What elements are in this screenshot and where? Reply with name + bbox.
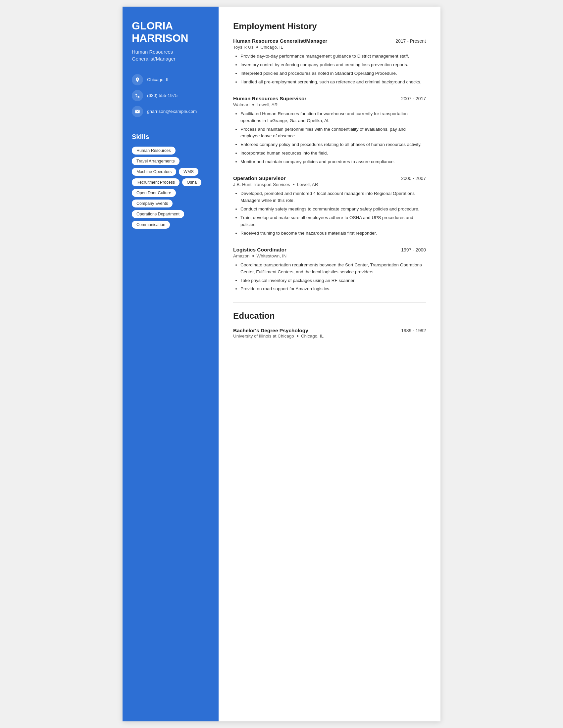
job-header: Logistics Coordinator1997 - 2000 bbox=[233, 247, 426, 253]
list-item: Take physical inventory of packages usin… bbox=[240, 277, 426, 284]
skills-section: Skills Human ResourcesTravel Arrangement… bbox=[132, 133, 209, 229]
job-block: Operation Supervisor2000 - 2007J.B. Hunt… bbox=[233, 175, 426, 237]
job-company: Toys R UsChicago, IL bbox=[233, 45, 426, 50]
company-name: Amazon bbox=[233, 253, 250, 258]
dot-separator bbox=[293, 184, 295, 185]
edu-header: Bachelor's Degree Psychology1989 - 1992 bbox=[233, 328, 426, 334]
job-block: Logistics Coordinator1997 - 2000AmazonWh… bbox=[233, 247, 426, 293]
list-item: Received training to become the hazardou… bbox=[240, 230, 426, 237]
contact-section: Chicago, IL (630) 555-1975 gharrison@exa… bbox=[132, 74, 209, 117]
job-company: J.B. Hunt Transport ServicesLowell, AR bbox=[233, 182, 426, 187]
edu-dates: 1989 - 1992 bbox=[401, 328, 426, 333]
main-content: Employment History Human Resources Gener… bbox=[218, 7, 441, 721]
skills-heading: Skills bbox=[132, 133, 209, 141]
skill-tag: Machine Operators bbox=[132, 168, 176, 176]
skills-list: Human ResourcesTravel ArrangementsMachin… bbox=[132, 147, 209, 229]
location-text: Chicago, IL bbox=[147, 77, 169, 82]
employment-section-title: Employment History bbox=[233, 21, 426, 31]
jobs-list: Human Resources Generalist/Manager2017 -… bbox=[233, 38, 426, 293]
list-item: Train, develop and make sure all employe… bbox=[240, 214, 426, 228]
sidebar: GLORIA HARRISON Human Resources Generali… bbox=[122, 7, 218, 721]
company-name: Walmart bbox=[233, 102, 250, 107]
location-item: Chicago, IL bbox=[132, 74, 209, 85]
skill-tag: Recruitment Process bbox=[132, 178, 179, 186]
education-block: Bachelor's Degree Psychology1989 - 1992U… bbox=[233, 328, 426, 339]
list-item: Handled all pre-employment screening, su… bbox=[240, 79, 426, 86]
email-icon bbox=[132, 106, 143, 117]
skill-tag: Human Resources bbox=[132, 147, 175, 155]
company-location: Chicago, IL bbox=[260, 45, 283, 50]
phone-icon bbox=[132, 90, 143, 101]
school-location: Chicago, IL bbox=[301, 334, 324, 339]
dot-separator bbox=[252, 255, 254, 257]
school-name: University of Illinois at Chicago bbox=[233, 334, 294, 339]
job-company: AmazonWhitestown, IN bbox=[233, 253, 426, 258]
edu-degree: Bachelor's Degree Psychology bbox=[233, 328, 308, 334]
skill-tag: Communication bbox=[132, 221, 170, 229]
list-item: Process and maintain personnel files wit… bbox=[240, 126, 426, 140]
job-header: Human Resources Generalist/Manager2017 -… bbox=[233, 38, 426, 44]
job-header: Operation Supervisor2000 - 2007 bbox=[233, 175, 426, 181]
company-location: Lowell, AR bbox=[257, 102, 278, 107]
email-text: gharrison@example.com bbox=[147, 109, 197, 114]
job-bullets: Facilitated Human Resources function for… bbox=[233, 111, 426, 165]
list-item: Facilitated Human Resources function for… bbox=[240, 111, 426, 124]
job-dates: 2017 - Present bbox=[396, 38, 426, 44]
job-block: Human Resources Generalist/Manager2017 -… bbox=[233, 38, 426, 86]
dot-separator bbox=[252, 104, 254, 106]
skill-tag: Company Events bbox=[132, 200, 172, 207]
company-name: J.B. Hunt Transport Services bbox=[233, 182, 290, 187]
list-item: Developed, promoted and mentored 4 local… bbox=[240, 190, 426, 204]
email-item: gharrison@example.com bbox=[132, 106, 209, 117]
list-item: Incorporated human resources into the fi… bbox=[240, 150, 426, 157]
job-dates: 1997 - 2000 bbox=[401, 247, 426, 252]
job-title: Human Resources Supervisor bbox=[233, 96, 306, 102]
candidate-name: GLORIA HARRISON bbox=[132, 20, 209, 44]
location-icon bbox=[132, 74, 143, 85]
skill-tag: Operations Department bbox=[132, 210, 184, 218]
education-list: Bachelor's Degree Psychology1989 - 1992U… bbox=[233, 328, 426, 339]
job-block: Human Resources Supervisor2007 - 2017Wal… bbox=[233, 96, 426, 165]
job-bullets: Provide day-to-day performance managemen… bbox=[233, 53, 426, 86]
job-company: WalmartLowell, AR bbox=[233, 102, 426, 107]
dot-separator bbox=[256, 46, 258, 48]
list-item: Inventory control by enforcing company p… bbox=[240, 62, 426, 68]
job-bullets: Developed, promoted and mentored 4 local… bbox=[233, 190, 426, 237]
job-dates: 2007 - 2017 bbox=[401, 96, 426, 101]
dot-separator bbox=[297, 335, 299, 337]
company-location: Whitestown, IN bbox=[257, 253, 287, 258]
job-dates: 2000 - 2007 bbox=[401, 176, 426, 181]
list-item: Coordinate transportation requirements b… bbox=[240, 262, 426, 276]
skill-tag: WMS bbox=[179, 168, 198, 176]
company-location: Lowell, AR bbox=[297, 182, 318, 187]
list-item: Provide day-to-day performance managemen… bbox=[240, 53, 426, 60]
section-divider bbox=[233, 302, 426, 303]
education-section-title: Education bbox=[233, 311, 426, 321]
list-item: Provide on road support for Amazon logis… bbox=[240, 286, 426, 293]
job-title: Human Resources Generalist/Manager bbox=[233, 38, 327, 44]
phone-text: (630) 555-1975 bbox=[147, 93, 177, 98]
list-item: Interpreted policies and procedures as n… bbox=[240, 70, 426, 77]
phone-item: (630) 555-1975 bbox=[132, 90, 209, 101]
job-title: Operation Supervisor bbox=[233, 175, 286, 181]
skill-tag: Travel Arrangements bbox=[132, 157, 179, 165]
job-header: Human Resources Supervisor2007 - 2017 bbox=[233, 96, 426, 102]
list-item: Conduct monthly safety meetings to commu… bbox=[240, 206, 426, 213]
company-name: Toys R Us bbox=[233, 45, 254, 50]
job-bullets: Coordinate transportation requirements b… bbox=[233, 262, 426, 293]
job-title: Logistics Coordinator bbox=[233, 247, 287, 253]
candidate-title: Human Resources Generalist/Manager bbox=[132, 48, 209, 62]
resume-container: GLORIA HARRISON Human Resources Generali… bbox=[122, 7, 441, 721]
list-item: Monitor and maintain company policies an… bbox=[240, 159, 426, 165]
skill-tag: Open Door Culture bbox=[132, 189, 176, 197]
list-item: Enforced company policy and procedures r… bbox=[240, 141, 426, 148]
skill-tag: Osha bbox=[182, 178, 201, 186]
edu-school: University of Illinois at ChicagoChicago… bbox=[233, 334, 426, 339]
